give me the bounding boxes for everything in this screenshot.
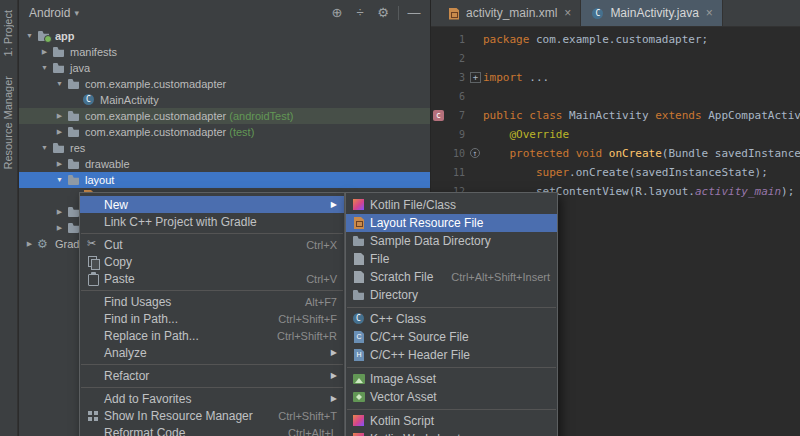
chevron-collapsed-icon[interactable]: ▶ — [38, 44, 51, 60]
menu-icon-spacer — [85, 294, 101, 310]
menu-item-label: Cut — [104, 238, 290, 252]
menu-item-kotlin-worksheet[interactable]: Kotlin Worksheet — [346, 430, 557, 436]
close-tab-icon[interactable]: × — [564, 6, 571, 20]
menu-item-link-c-project-with-gradle[interactable]: Link C++ Project with Gradle — [80, 213, 344, 230]
menu-item-label: Find Usages — [104, 295, 289, 309]
chevron-collapsed-icon[interactable]: ▶ — [53, 108, 66, 124]
gutter-right — [467, 49, 483, 68]
tree-item-label: layout — [85, 172, 114, 188]
menu-item-label: Copy — [104, 255, 337, 269]
panel-header-icons: ⊕÷⚙— — [329, 5, 422, 21]
tree-item-scope-suffix: (androidTest) — [229, 108, 293, 124]
line-number: 11 — [447, 163, 467, 182]
gutter-left — [431, 68, 447, 87]
menu-item-c-c-header-file[interactable]: C/C++ Header File — [346, 346, 557, 364]
tool-window-button-project[interactable]: 1: Project — [2, 10, 14, 56]
class-icon — [81, 92, 97, 108]
settings-gear-icon[interactable]: ⚙ — [375, 5, 391, 21]
menu-item-show-in-resource-manager[interactable]: Show In Resource ManagerCtrl+Shift+T — [80, 407, 344, 424]
menu-item-label: Kotlin Script — [370, 414, 550, 428]
menu-item-paste[interactable]: PasteCtrl+V — [80, 270, 344, 287]
package-icon — [66, 108, 82, 124]
tree-item-java[interactable]: ▼java — [19, 60, 430, 76]
submenu-arrow-icon: ▶ — [331, 200, 337, 209]
tree-item-com-example-customadapter[interactable]: ▼com.example.customadapter — [19, 76, 430, 92]
cpp-header-icon — [351, 347, 367, 363]
gutter-left — [431, 144, 447, 163]
chevron-collapsed-icon[interactable]: ▶ — [53, 204, 66, 220]
vector-asset-icon — [351, 389, 367, 405]
chevron-expanded-icon[interactable]: ▼ — [53, 172, 66, 188]
menu-item-copy[interactable]: Copy — [80, 253, 344, 270]
menu-item-shortcut: Alt+F7 — [305, 296, 337, 308]
menu-item-kotlin-script[interactable]: Kotlin Script — [346, 412, 557, 430]
tree-item-label: java — [70, 60, 90, 76]
chevron-collapsed-icon[interactable]: ▶ — [23, 236, 36, 252]
menu-item-kotlin-file-class[interactable]: Kotlin File/Class — [346, 196, 557, 214]
menu-item-c-class[interactable]: C++ Class — [346, 310, 557, 328]
menu-item-find-usages[interactable]: Find UsagesAlt+F7 — [80, 293, 344, 310]
cpp-source-icon — [351, 329, 367, 345]
menu-item-label: C/C++ Source File — [370, 330, 550, 344]
gutter-right — [467, 163, 483, 182]
line-number: 1 — [447, 30, 467, 49]
locate-icon[interactable]: ⊕ — [329, 5, 345, 21]
tree-item-manifests[interactable]: ▶manifests — [19, 44, 430, 60]
menu-item-sample-data-directory[interactable]: Sample Data Directory — [346, 232, 557, 250]
menu-item-new[interactable]: New▶ — [80, 196, 344, 213]
chevron-expanded-icon[interactable]: ▼ — [38, 140, 51, 156]
menu-item-label: Add to Favorites — [104, 392, 323, 406]
menu-item-shortcut: Ctrl+V — [306, 273, 337, 285]
menu-item-label: Image Asset — [370, 372, 550, 386]
tree-item-mainactivity[interactable]: MainActivity — [19, 92, 430, 108]
layout-file-icon — [446, 6, 461, 21]
tree-item-drawable[interactable]: ▶drawable — [19, 156, 430, 172]
menu-item-layout-resource-file[interactable]: Layout Resource File — [346, 214, 557, 232]
menu-item-label: C/C++ Header File — [370, 348, 550, 362]
menu-item-label: Analyze — [104, 346, 323, 360]
chevron-collapsed-icon[interactable]: ▶ — [53, 220, 66, 236]
menu-item-c-c-source-file[interactable]: C/C++ Source File — [346, 328, 557, 346]
close-tab-icon[interactable]: × — [706, 6, 713, 20]
menu-item-replace-in-path[interactable]: Replace in Path...Ctrl+Shift+R — [80, 327, 344, 344]
chevron-expanded-icon[interactable]: ▼ — [38, 60, 51, 76]
tree-item-com-example-customadapter[interactable]: ▶com.example.customadapter (test) — [19, 124, 430, 140]
chevron-expanded-icon[interactable]: ▼ — [23, 28, 36, 44]
chevron-collapsed-icon[interactable]: ▶ — [53, 124, 66, 140]
menu-item-vector-asset[interactable]: Vector Asset — [346, 388, 557, 406]
project-view-selector[interactable]: Android ▾ — [29, 6, 79, 20]
menu-item-reformat-code[interactable]: Reformat CodeCtrl+Alt+L — [80, 424, 344, 436]
file-icon — [351, 251, 367, 267]
chevron-collapsed-icon[interactable]: ▶ — [53, 156, 66, 172]
hide-panel-icon[interactable]: — — [406, 5, 422, 21]
folder-icon — [51, 44, 67, 60]
tree-item-res[interactable]: ▼res — [19, 140, 430, 156]
menu-item-image-asset[interactable]: Image Asset — [346, 370, 557, 388]
line-number: 10 — [447, 144, 467, 163]
menu-item-add-to-favorites[interactable]: Add to Favorites▶ — [80, 390, 344, 407]
tool-window-button-resource-manager[interactable]: Resource Manager — [2, 76, 14, 170]
menu-item-analyze[interactable]: Analyze▶ — [80, 344, 344, 361]
menu-item-directory[interactable]: Directory — [346, 286, 557, 304]
menu-item-find-in-path[interactable]: Find in Path...Ctrl+Shift+F — [80, 310, 344, 327]
tab-mainactivity-java[interactable]: MainActivity.java× — [581, 0, 723, 26]
chevron-expanded-icon[interactable]: ▼ — [53, 76, 66, 92]
class-gutter-icon — [431, 106, 447, 125]
tab-activity-main-xml[interactable]: activity_main.xml× — [437, 0, 581, 26]
line-number: 9 — [447, 125, 467, 144]
kotlin-icon — [351, 431, 367, 436]
tree-item-label: MainActivity — [100, 92, 159, 108]
tree-item-layout[interactable]: ▼layout — [19, 172, 430, 188]
layout-file-icon — [351, 215, 367, 231]
tree-item-app[interactable]: ▼app — [19, 28, 430, 44]
menu-item-file[interactable]: File — [346, 250, 557, 268]
menu-item-refactor[interactable]: Refactor▶ — [80, 367, 344, 384]
cpp-class-icon — [351, 311, 367, 327]
menu-item-scratch-file[interactable]: Scratch FileCtrl+Alt+Shift+Insert — [346, 268, 557, 286]
menu-item-cut[interactable]: CutCtrl+X — [80, 236, 344, 253]
tree-item-com-example-customadapter[interactable]: ▶com.example.customadapter (androidTest) — [19, 108, 430, 124]
menu-icon-spacer — [85, 197, 101, 213]
menu-item-label: Paste — [104, 272, 290, 286]
collapse-all-icon[interactable]: ÷ — [352, 5, 368, 21]
gutter-right — [467, 30, 483, 49]
